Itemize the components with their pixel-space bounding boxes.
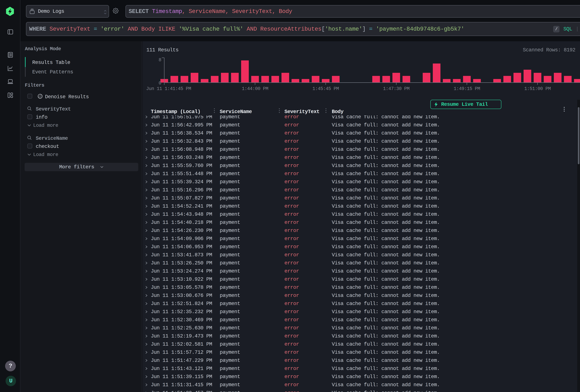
svg-text:Jun 11 1:41:45 PM: Jun 11 1:41:45 PM — [146, 86, 191, 91]
svg-text:1:47:30 PM: 1:47:30 PM — [383, 86, 410, 91]
svg-text:1:45:45 PM: 1:45:45 PM — [312, 86, 339, 91]
svg-text:1:44:00 PM: 1:44:00 PM — [242, 86, 268, 91]
svg-text:1:49:15 PM: 1:49:15 PM — [454, 86, 480, 91]
svg-text:1:51:00 PM: 1:51:00 PM — [524, 86, 551, 91]
svg-text:8: 8 — [158, 57, 161, 63]
svg-text:0: 0 — [158, 81, 161, 86]
